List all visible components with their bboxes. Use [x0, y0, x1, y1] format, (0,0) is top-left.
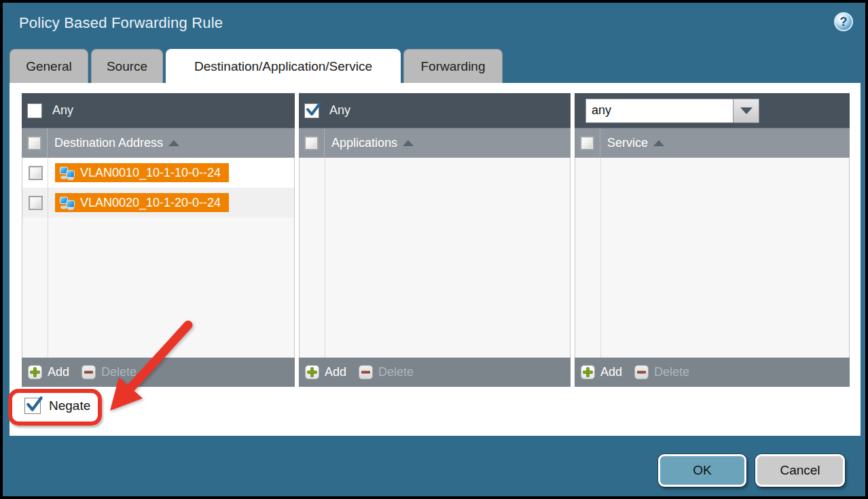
destination-any-label: Any [52, 103, 73, 118]
network-address-icon [59, 195, 75, 210]
screenshot-frame: Policy Based Forwarding Rule ? General S… [0, 0, 868, 499]
service-footer: Add Delete [575, 358, 850, 387]
delete-button[interactable]: Delete [359, 365, 414, 379]
tab-general[interactable]: General [10, 49, 88, 83]
address-object-label: VLAN0010_10-1-10-0--24 [80, 166, 221, 180]
applications-any-header: Any [299, 93, 571, 128]
ok-button[interactable]: OK [658, 454, 746, 487]
service-dropdown-header: any [575, 93, 850, 128]
sort-ascending-icon [403, 140, 414, 146]
sort-ascending-icon [168, 140, 179, 146]
tab-source[interactable]: Source [91, 49, 163, 83]
dialog-title: Policy Based Forwarding Rule [19, 14, 223, 32]
destination-footer: Add Delete [22, 358, 295, 387]
delete-minus-icon [359, 365, 373, 379]
chevron-down-icon [740, 107, 753, 114]
negate-checkbox[interactable] [24, 398, 41, 414]
destination-any-header: Any [22, 93, 295, 128]
applications-footer: Add Delete [299, 358, 571, 387]
table-row[interactable]: VLAN0010_10-1-10-0--24 [22, 158, 294, 188]
row-checkbox[interactable] [29, 196, 43, 210]
add-plus-icon [581, 365, 595, 379]
tab-content-area: Any Destination Address [10, 83, 861, 436]
delete-minus-icon [634, 365, 649, 379]
add-button[interactable]: Add [28, 365, 69, 379]
address-object-item[interactable]: VLAN0010_10-1-10-0--24 [55, 163, 229, 182]
tab-forwarding[interactable]: Forwarding [403, 49, 503, 83]
delete-button[interactable]: Delete [82, 365, 137, 379]
cancel-button[interactable]: Cancel [755, 454, 845, 487]
service-type-value[interactable]: any [585, 99, 734, 123]
applications-column-header: Applications [299, 128, 571, 158]
checkmark-icon [24, 394, 45, 415]
destination-select-all-checkbox[interactable] [27, 136, 41, 150]
address-object-label: VLAN0020_10-1-20-0--24 [80, 196, 221, 210]
destination-list: VLAN0010_10-1-10-0--24 VLAN0020_10-1-20-… [22, 158, 295, 358]
applications-column-label[interactable]: Applications [331, 136, 414, 150]
applications-list [299, 158, 571, 358]
table-row[interactable]: VLAN0020_10-1-20-0--24 [22, 188, 294, 218]
applications-panel: Any Applications Add [299, 93, 571, 387]
add-plus-icon [28, 365, 42, 379]
applications-any-label: Any [329, 103, 350, 118]
add-button[interactable]: Add [581, 365, 622, 379]
pbf-rule-dialog: Policy Based Forwarding Rule ? General S… [3, 3, 865, 496]
destination-any-checkbox[interactable] [27, 103, 42, 118]
service-select-all-checkbox[interactable] [580, 136, 594, 150]
service-panel: any Service Add [575, 93, 850, 387]
applications-select-all-checkbox[interactable] [304, 136, 319, 150]
negate-label: Negate [49, 398, 90, 413]
destination-column-label[interactable]: Destination Address [54, 136, 179, 150]
service-column-label[interactable]: Service [607, 136, 664, 150]
delete-button[interactable]: Delete [634, 365, 689, 379]
checkmark-icon [304, 100, 323, 119]
dropdown-button[interactable] [734, 99, 759, 123]
help-icon[interactable]: ? [834, 12, 853, 31]
add-plus-icon [305, 365, 319, 379]
service-type-dropdown[interactable]: any [585, 99, 759, 123]
service-list [575, 158, 850, 358]
network-address-icon [59, 165, 75, 180]
negate-control: Negate [24, 398, 90, 414]
tab-bar: General Source Destination/Application/S… [10, 49, 503, 83]
service-column-header: Service [575, 128, 850, 158]
row-checkbox[interactable] [29, 166, 43, 180]
destination-address-panel: Any Destination Address [22, 93, 295, 387]
sort-ascending-icon [653, 140, 664, 146]
add-button[interactable]: Add [305, 365, 346, 379]
destination-column-header: Destination Address [22, 128, 295, 158]
delete-minus-icon [82, 365, 96, 379]
applications-any-checkbox[interactable] [304, 103, 319, 118]
address-object-item[interactable]: VLAN0020_10-1-20-0--24 [55, 193, 229, 212]
tab-destination-application-service[interactable]: Destination/Application/Service [166, 49, 401, 83]
